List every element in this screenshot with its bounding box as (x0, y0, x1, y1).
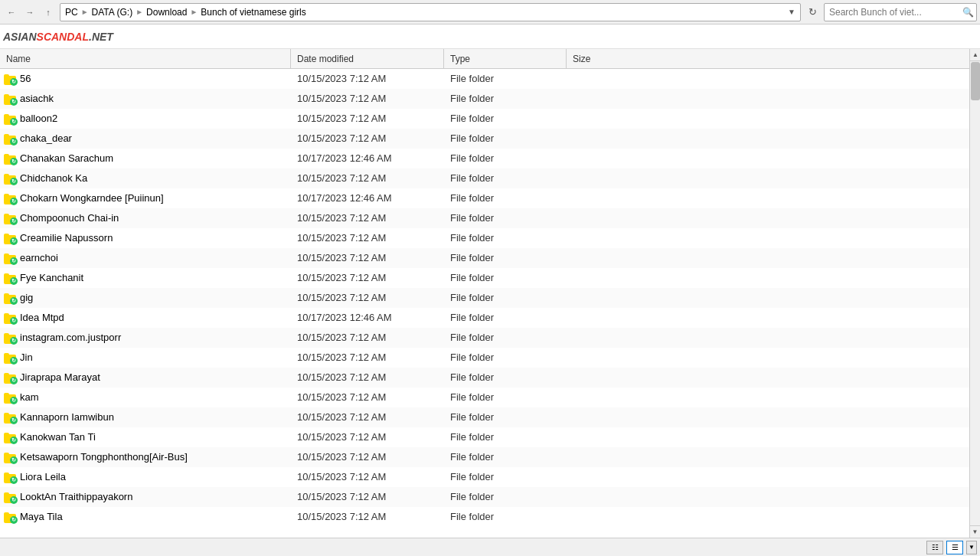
cell-name: ↻ Maya Tila (0, 510, 291, 524)
folder-icon: ↻ (3, 251, 17, 265)
cell-name: ↻ asiachk (0, 92, 291, 106)
table-row[interactable]: ↻ Chidchanok Ka 10/15/2023 7:12 AM File … (0, 168, 969, 188)
table-row[interactable]: ↻ gig 10/15/2023 7:12 AM File folder (0, 288, 969, 308)
file-name: Creamilie Napussorn (20, 232, 113, 244)
file-name: Kannaporn Iamwibun (20, 411, 114, 423)
table-row[interactable]: ↻ Jin 10/15/2023 7:12 AM File folder (0, 348, 969, 368)
view-list-button[interactable]: ☷ (926, 541, 943, 554)
table-row[interactable]: ↻ Fye Kanchanit 10/15/2023 7:12 AM File … (0, 268, 969, 288)
folder-arrow-icon: ↻ (10, 297, 18, 305)
table-row[interactable]: ↻ Maya Tila 10/15/2023 7:12 AM File fold… (0, 507, 969, 527)
refresh-button[interactable]: ↻ (804, 4, 821, 21)
cell-type: File folder (444, 451, 567, 463)
file-name: chaka_dear (20, 132, 72, 144)
table-row[interactable]: ↻ LooktAn Traithippayakorn 10/15/2023 7:… (0, 487, 969, 507)
breadcrumb-data-g[interactable]: DATA (G:) (92, 7, 133, 18)
scrollbar-down-button[interactable]: ▼ (969, 525, 980, 538)
folder-arrow-icon: ↻ (10, 138, 18, 146)
cell-type: File folder (444, 132, 567, 144)
logo: ASIANSCANDAL.NET (3, 31, 113, 43)
table-row[interactable]: ↻ Kannaporn Iamwibun 10/15/2023 7:12 AM … (0, 407, 969, 427)
table-row[interactable]: ↻ Ketsawaporn Tongphonthong[Air-Bus] 10/… (0, 447, 969, 467)
col-header-name[interactable]: Name (0, 49, 291, 68)
table-row[interactable]: ↻ Chompoonuch Chai-in 10/15/2023 7:12 AM… (0, 208, 969, 228)
cell-type: File folder (444, 212, 567, 224)
cell-date: 10/15/2023 7:12 AM (291, 232, 444, 244)
cell-date: 10/15/2023 7:12 AM (291, 371, 444, 383)
cell-name: ↻ Chanakan Sarachum (0, 152, 291, 165)
breadcrumb-pc[interactable]: PC (65, 7, 78, 18)
cell-name: ↻ 56 (0, 72, 291, 86)
up-button[interactable]: ↑ (40, 4, 57, 21)
folder-arrow-icon: ↻ (10, 397, 18, 404)
table-row[interactable]: ↻ Idea Mtpd 10/17/2023 12:46 AM File fol… (0, 308, 969, 328)
file-name: Maya Tila (20, 511, 63, 522)
table-row[interactable]: ↻ earnchoi 10/15/2023 7:12 AM File folde… (0, 248, 969, 268)
scrollbar-up-button[interactable]: ▲ (970, 49, 980, 61)
folder-icon: ↻ (3, 231, 17, 245)
main-content: Name Date modified Type Size ↻ 56 10/15/… (0, 49, 969, 538)
cell-type: File folder (444, 312, 567, 323)
cell-type: File folder (444, 93, 567, 104)
cell-date: 10/15/2023 7:12 AM (291, 431, 444, 443)
file-name: Jiraprapa Marayat (20, 371, 100, 383)
file-name: earnchoi (20, 252, 58, 263)
search-icon[interactable]: 🔍 (962, 7, 974, 18)
folder-arrow-icon: ↻ (10, 277, 18, 285)
search-input[interactable] (824, 3, 977, 21)
nav-buttons: ← → ↑ (3, 4, 57, 21)
folder-arrow-icon: ↻ (10, 237, 18, 245)
cell-date: 10/15/2023 7:12 AM (291, 332, 444, 343)
col-header-date[interactable]: Date modified (291, 49, 444, 68)
folder-arrow-icon: ↻ (10, 437, 18, 444)
table-row[interactable]: ↻ Jiraprapa Marayat 10/15/2023 7:12 AM F… (0, 368, 969, 388)
folder-arrow-icon: ↻ (10, 496, 18, 504)
folder-icon: ↻ (3, 391, 17, 404)
cell-date: 10/17/2023 12:46 AM (291, 312, 444, 323)
folder-icon: ↻ (3, 152, 17, 165)
logo-scandal: SCANDAL (37, 31, 89, 43)
table-row[interactable]: ↻ instagram.com.justporr 10/15/2023 7:12… (0, 328, 969, 348)
table-row[interactable]: ↻ Creamilie Napussorn 10/15/2023 7:12 AM… (0, 228, 969, 248)
folder-icon: ↻ (3, 112, 17, 126)
breadcrumb-sep-1: ► (81, 8, 89, 16)
col-header-type[interactable]: Type (444, 49, 567, 68)
table-row[interactable]: ↻ 56 10/15/2023 7:12 AM File folder (0, 69, 969, 89)
cell-type: File folder (444, 192, 567, 204)
cell-type: File folder (444, 352, 567, 363)
folder-arrow-icon: ↻ (10, 198, 18, 205)
table-row[interactable]: ↻ Liora Leila 10/15/2023 7:12 AM File fo… (0, 467, 969, 487)
folder-icon: ↻ (3, 331, 17, 345)
folder-icon: ↻ (3, 172, 17, 185)
status-bar: ☷ ☰ ▼ (0, 538, 980, 556)
folder-icon: ↻ (3, 311, 17, 325)
file-name: Chompoonuch Chai-in (20, 212, 119, 224)
cell-date: 10/15/2023 7:12 AM (291, 292, 444, 303)
cell-date: 10/15/2023 7:12 AM (291, 491, 444, 502)
folder-icon: ↻ (3, 430, 17, 444)
folder-arrow-icon: ↻ (10, 417, 18, 424)
folder-arrow-icon: ↻ (10, 516, 18, 524)
cell-date: 10/15/2023 7:12 AM (291, 411, 444, 423)
scrollbar-track[interactable]: ▲ (969, 49, 980, 538)
folder-icon: ↻ (3, 351, 17, 365)
view-detail-button[interactable]: ☰ (946, 541, 963, 554)
table-row[interactable]: ↻ asiachk 10/15/2023 7:12 AM File folder (0, 89, 969, 109)
file-explorer-window: ← → ↑ PC ► DATA (G:) ► Download ► Bunch … (0, 0, 980, 556)
breadcrumb-dropdown-icon[interactable]: ▼ (788, 8, 795, 16)
breadcrumb-download[interactable]: Download (146, 7, 187, 18)
back-button[interactable]: ← (3, 4, 20, 21)
cell-type: File folder (444, 391, 567, 403)
table-row[interactable]: ↻ balloon2 10/15/2023 7:12 AM File folde… (0, 109, 969, 129)
table-row[interactable]: ↻ chaka_dear 10/15/2023 7:12 AM File fol… (0, 129, 969, 149)
breadcrumb-bar[interactable]: PC ► DATA (G:) ► Download ► Bunch of vie… (60, 3, 801, 21)
view-chevron-down-icon[interactable]: ▼ (966, 541, 977, 554)
forward-button[interactable]: → (21, 4, 38, 21)
table-row[interactable]: ↻ Chokarn Wongkarndee [Puiinun] 10/17/20… (0, 188, 969, 208)
scrollbar-thumb[interactable] (971, 62, 980, 100)
col-header-size[interactable]: Size (567, 49, 658, 68)
table-row[interactable]: ↻ Kanokwan Tan Ti 10/15/2023 7:12 AM Fil… (0, 427, 969, 447)
table-row[interactable]: ↻ kam 10/15/2023 7:12 AM File folder (0, 388, 969, 407)
table-row[interactable]: ↻ Chanakan Sarachum 10/17/2023 12:46 AM … (0, 149, 969, 168)
folder-icon: ↻ (3, 72, 17, 86)
